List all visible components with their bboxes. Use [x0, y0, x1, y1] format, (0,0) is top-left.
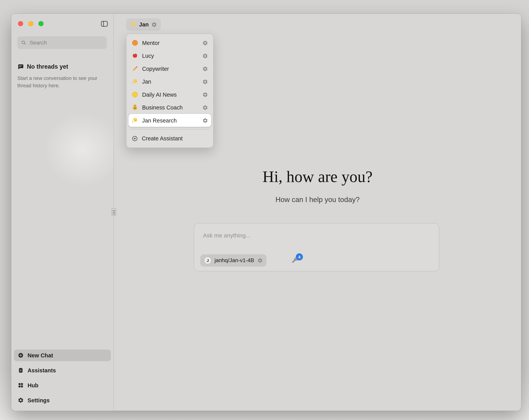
assistant-selector-gear-icon[interactable] — [151, 22, 157, 27]
model-settings-icon[interactable] — [257, 258, 263, 263]
close-button[interactable] — [18, 21, 23, 26]
assistant-settings-icon[interactable] — [202, 92, 208, 97]
hub-label: Hub — [28, 382, 39, 389]
empty-state-title: No threads yet — [27, 63, 68, 70]
greeting-title: Hi, how are you? — [114, 167, 521, 186]
hub-grid-icon — [18, 382, 24, 388]
assistant-settings-icon[interactable] — [202, 66, 208, 72]
zoom-button[interactable] — [39, 21, 43, 26]
wave-icon — [132, 78, 138, 85]
new-chat-label: New Chat — [28, 352, 53, 359]
money-bag-icon: $ — [132, 104, 138, 111]
sidebar-resize-handle[interactable] — [112, 208, 116, 216]
app-window: No threads yet Start a new conversation … — [11, 14, 521, 411]
orange-circle-icon — [132, 40, 138, 46]
assistant-selector[interactable]: Jan — [126, 18, 161, 30]
assistant-menu-item[interactable]: Jan — [129, 75, 211, 88]
assistant-menu-item[interactable]: Daily AI News — [129, 88, 211, 101]
model-name: janhq/Jan-v1-4B — [214, 257, 254, 263]
assistant-settings-icon[interactable] — [202, 117, 208, 123]
empty-state-description: Start a new conversation to see your thr… — [17, 75, 103, 90]
sidebar: No threads yet Start a new conversation … — [11, 14, 114, 411]
desktop-background: No threads yet Start a new conversation … — [0, 0, 529, 420]
menu-divider — [130, 129, 210, 130]
assistants-label: Assistants — [28, 367, 56, 374]
plus-circle-icon — [18, 352, 24, 358]
create-assistant-label: Create Assistant — [142, 135, 183, 142]
plus-circle-outline-icon — [132, 135, 138, 142]
sidebar-item-settings[interactable]: Settings — [14, 394, 111, 406]
assistant-menu-item[interactable]: Copywriter — [129, 62, 211, 75]
minimize-button[interactable] — [28, 21, 33, 26]
chat-bubble-icon — [17, 64, 24, 70]
greeting-subtitle: How can I help you today? — [114, 196, 521, 204]
empty-state-header: No threads yet — [17, 63, 68, 70]
message-input[interactable] — [202, 231, 420, 246]
search-input[interactable] — [29, 39, 104, 46]
assistant-dropdown-menu: Mentor Lucy Copywriter Jan Daily AI News… — [126, 34, 213, 148]
yellow-circle-icon — [132, 91, 138, 98]
assistant-menu-item[interactable]: $ Business Coach — [129, 101, 211, 114]
settings-gear-icon — [18, 397, 24, 403]
new-chat-button[interactable]: New Chat — [14, 350, 111, 361]
traffic-lights — [18, 21, 43, 26]
assistant-selector-label: Jan — [139, 21, 149, 27]
apple-icon — [132, 52, 138, 59]
sidebar-item-assistants[interactable]: Assistants — [14, 365, 111, 376]
wave-icon — [130, 21, 136, 27]
assistant-settings-icon[interactable] — [202, 105, 208, 110]
assistant-settings-icon[interactable] — [202, 40, 208, 46]
search-icon — [21, 40, 27, 46]
create-assistant-button[interactable]: Create Assistant — [129, 132, 211, 145]
sidebar-blur-decoration — [43, 112, 114, 187]
assistant-settings-icon[interactable] — [202, 53, 208, 59]
assistants-icon — [18, 367, 24, 373]
settings-label: Settings — [28, 397, 50, 404]
svg-text:$: $ — [134, 107, 136, 109]
assistant-settings-icon[interactable] — [202, 79, 208, 85]
wave-icon — [132, 117, 138, 124]
assistant-menu-item[interactable]: Mentor — [129, 36, 211, 49]
assistant-menu-item[interactable]: Lucy — [129, 49, 211, 62]
assistant-menu-item[interactable]: Jan Research — [129, 114, 211, 127]
assistant-menu-list: Mentor Lucy Copywriter Jan Daily AI News… — [129, 36, 211, 127]
search-field[interactable] — [17, 36, 107, 49]
tools-button[interactable]: 4 — [291, 257, 299, 265]
pencil-icon — [132, 65, 138, 72]
main-area: Jan Mentor Lucy Copywriter Jan Daily AI … — [114, 14, 521, 411]
model-selector[interactable]: J janhq/Jan-v1-4B — [200, 254, 266, 267]
composer: J janhq/Jan-v1-4B 4 — [194, 223, 439, 271]
sidebar-item-hub[interactable]: Hub — [14, 379, 111, 391]
model-avatar: J — [204, 257, 211, 264]
sidebar-nav: New Chat Assistants — [14, 346, 111, 406]
tools-count-badge: 4 — [296, 253, 303, 260]
sidebar-toggle-icon[interactable] — [100, 20, 108, 28]
